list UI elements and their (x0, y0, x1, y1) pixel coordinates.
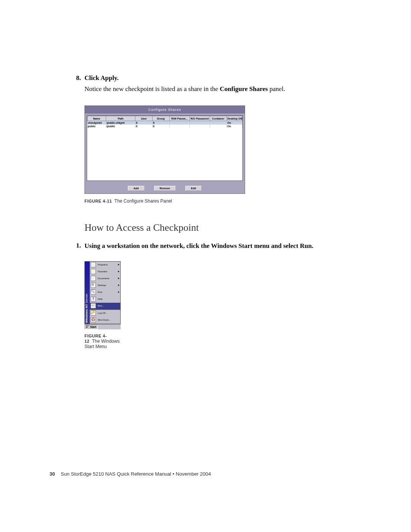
col-user[interactable]: User (135, 116, 153, 121)
documents-icon (91, 276, 96, 281)
menu-label: Shut Down... (98, 319, 111, 321)
cell (210, 121, 227, 125)
table-row[interactable]: checkpoint /public.chkpnt 0 0 On (88, 121, 242, 125)
menu-item-programs[interactable]: Programs ▸ (90, 262, 120, 268)
col-ro-pass[interactable]: R/O Password (190, 116, 210, 121)
step-title: Using a workstation on the network, clic… (84, 242, 314, 251)
windows-flag-icon (86, 325, 89, 329)
table-header-row: Name Path User Group R/W Passw... R/O Pa… (88, 116, 242, 121)
col-rw-pass[interactable]: R/W Passw... (169, 116, 190, 121)
figure-4-11-caption: FIGURE 4-11 The Configure Shares Panel (84, 198, 244, 204)
menu-item-favorites[interactable]: Favorites ▸ (90, 268, 120, 275)
menu-label: Programs (98, 264, 108, 266)
start-menu-sidebar: Windows NT Server (85, 262, 90, 324)
shares-table: Name Path User Group R/W Passw... R/O Pa… (87, 116, 242, 128)
step-8-body: Notice the new checkpoint is listed as a… (84, 85, 342, 93)
step-title: Click Apply. (84, 74, 119, 82)
cell: /public (106, 125, 135, 128)
menu-label: Settings (98, 284, 106, 286)
col-path[interactable]: Path (106, 116, 135, 121)
cell: checkpoint (88, 121, 106, 125)
add-button[interactable]: Add (128, 186, 145, 191)
menu-label: Help (98, 298, 102, 300)
menu-label: Favorites (98, 270, 107, 273)
figure-4-12-caption: FIGURE 4-12 The Windows Start Menu (84, 333, 121, 349)
col-name[interactable]: Name (88, 116, 106, 121)
step-number: 8. (76, 74, 84, 82)
cell: 0 (152, 121, 169, 125)
configure-shares-panel: Configure Shares Name Path User Group R/… (84, 105, 245, 194)
start-button-label: Start (90, 326, 96, 328)
menu-item-find[interactable]: Find ▸ (90, 289, 120, 296)
cell: 0 (135, 121, 153, 125)
step-1: 1. Using a workstation on the network, c… (76, 242, 342, 251)
taskbar: Start (84, 324, 121, 329)
shutdown-icon (91, 317, 96, 323)
step-number: 1. (76, 242, 84, 251)
submenu-arrow-icon: ▸ (118, 290, 119, 294)
figure-4-11: Configure Shares Name Path User Group R/… (84, 105, 244, 204)
cell (210, 125, 227, 128)
submenu-arrow-icon: ▸ (118, 283, 119, 287)
cell (190, 121, 210, 125)
run-icon (91, 303, 96, 308)
menu-item-settings[interactable]: Settings ▸ (90, 282, 120, 289)
col-group[interactable]: Group (152, 116, 169, 121)
cell: 0 (152, 125, 169, 128)
notice-post: panel. (268, 85, 285, 93)
find-icon (91, 289, 96, 295)
figure-4-12: Windows NT Server Programs ▸ Favorites ▸ (84, 261, 121, 349)
section-heading: How to Access a Checkpoint (84, 222, 342, 233)
page-number: 30 (49, 471, 55, 477)
cell: /public.chkpnt (106, 121, 135, 125)
shares-table-container: Name Path User Group R/W Passw... R/O Pa… (87, 115, 243, 181)
cell (169, 125, 190, 128)
figure-text: The Configure Shares Panel (115, 198, 172, 204)
document-page: 8. Click Apply. Notice the new checkpoin… (0, 0, 411, 532)
menu-item-shutdown[interactable]: Shut Down... (90, 317, 120, 324)
menu-item-documents[interactable]: Documents ▸ (90, 275, 120, 282)
help-icon (91, 296, 96, 302)
menu-label: Documents (98, 277, 109, 280)
sidebar-bold: Windows NT (85, 304, 88, 323)
cell (190, 125, 210, 128)
logoff-icon (91, 310, 96, 316)
footer-text: Sun StorEdge 5210 NAS Quick Reference Ma… (61, 471, 211, 477)
col-container[interactable]: Container (210, 116, 227, 121)
menu-label: Run... (98, 305, 104, 307)
submenu-arrow-icon: ▸ (118, 270, 119, 273)
col-desktop-db[interactable]: Desktop DB... (227, 116, 242, 121)
menu-item-run[interactable]: Run... (90, 303, 120, 310)
edit-button[interactable]: Edit (185, 186, 202, 191)
menu-item-help[interactable]: Help (90, 296, 120, 303)
step-8: 8. Click Apply. (76, 74, 342, 82)
notice-pre: Notice the new checkpoint is listed as a… (84, 85, 220, 93)
start-button[interactable]: Start (84, 324, 98, 329)
programs-icon (91, 262, 96, 267)
page-footer: 30Sun StorEdge 5210 NAS Quick Reference … (49, 471, 211, 477)
cell: public (88, 125, 106, 128)
favorites-icon (91, 269, 96, 274)
figure-label: FIGURE 4-11 (84, 199, 112, 203)
panel-button-row: Add Remove Edit (85, 183, 245, 193)
menu-label: Log Off... (98, 312, 107, 314)
cell: On (227, 125, 242, 128)
cell: On (227, 121, 242, 125)
start-menu: Windows NT Server Programs ▸ Favorites ▸ (84, 261, 121, 324)
cell: 0 (135, 125, 153, 128)
menu-item-logoff[interactable]: Log Off... (90, 310, 120, 317)
sidebar-rest: Server (85, 294, 88, 304)
submenu-arrow-icon: ▸ (118, 276, 119, 280)
cell (169, 121, 190, 125)
remove-button[interactable]: Remove (154, 186, 176, 191)
submenu-arrow-icon: ▸ (118, 263, 119, 266)
start-menu-items: Programs ▸ Favorites ▸ Documents ▸ (90, 262, 120, 324)
menu-label: Find (98, 291, 102, 293)
table-row[interactable]: public /public 0 0 On (88, 125, 242, 128)
panel-title: Configure Shares (85, 106, 245, 113)
notice-bold: Configure Shares (220, 85, 268, 93)
figure-text: The Windows Start Menu (84, 339, 119, 349)
main-content: 8. Click Apply. Notice the new checkpoin… (76, 74, 342, 349)
settings-icon (91, 283, 96, 288)
